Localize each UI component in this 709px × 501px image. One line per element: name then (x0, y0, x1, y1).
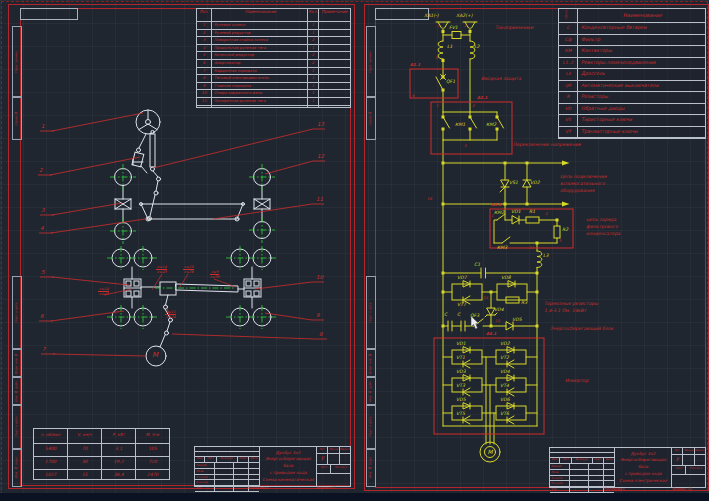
legend-row: VTТранзисторные ключи (559, 127, 705, 139)
legend-rows: CКонденсаторные батареиСфФильтрКМКонтакт… (559, 23, 705, 139)
component-ref: VD5 (512, 318, 522, 323)
table-cell: 5400 (34, 444, 68, 456)
annotation: оборудования (560, 189, 594, 194)
table-cell: QF (559, 81, 578, 92)
table-cell: Конденсаторные батареи (578, 23, 705, 34)
component-ref: VD8 (501, 276, 511, 281)
node-number: 14 (483, 296, 488, 300)
annotation: 1,4-3,1 Ом, 14кВт (544, 309, 586, 314)
table-cell (215, 469, 234, 474)
table-cell (319, 45, 350, 52)
speed-table-header: n, об/мин V, км/ч P, кВт М, Н·м (34, 429, 169, 444)
position-number: 11 (316, 197, 323, 203)
table-cell (319, 75, 350, 82)
component-ref: QF1 (446, 80, 455, 85)
title-line: Энергосберегающая база (260, 456, 316, 469)
component-ref: R2 (562, 228, 568, 233)
margin-box: Перв. примен. (366, 26, 376, 98)
table-cell (234, 469, 249, 474)
gost-role-cell: Н.контр. (550, 481, 570, 486)
node-number: 2 (464, 24, 466, 28)
table-cell: 3,1 (102, 444, 136, 456)
legend-row: СфФильтр (559, 35, 705, 47)
table-cell: Токоприемное оборудование (578, 138, 705, 139)
table-cell (604, 481, 614, 486)
margin-box-label: Инв. № дубл. (367, 377, 375, 405)
parts-row: 9Главная передача1 (197, 83, 350, 91)
title-line: Дуобус 4х2 (615, 451, 671, 458)
table-cell (234, 463, 249, 468)
parts-list-header: Поз. Наименование Кол. Примечание (197, 9, 350, 22)
table-cell: 1 (308, 30, 319, 37)
table-cell (249, 475, 259, 480)
lit-value: У (672, 455, 683, 465)
component-ref: QF3 (470, 314, 479, 319)
table-cell (589, 481, 604, 486)
legend-row: L3Дроссель (559, 69, 705, 81)
legend-row: КМКонтакторы (559, 46, 705, 58)
table-cell: 5 (197, 52, 212, 59)
parts-list-rows: 1Рулевое колесо12Рулевой редуктор13Повор… (197, 22, 350, 108)
title-line: с приводом хода (615, 471, 671, 478)
table-cell: 2 (308, 60, 319, 67)
component-ref: VD2 (500, 342, 510, 347)
position-leaders (38, 113, 327, 356)
table-cell: 1 (308, 90, 319, 97)
table-cell (249, 463, 259, 468)
speed-data-table: n, об/мин V, км/ч P, кВт М, Н·м 5400703,… (33, 428, 170, 480)
gost-header-cell: Подп. (593, 458, 603, 463)
table-cell (234, 480, 249, 485)
annotation: Энергосберегающий блок (550, 327, 613, 332)
table-cell: 1700 (34, 457, 68, 469)
margin-box: Подп. и дата (12, 276, 22, 350)
col-note: Примечание (319, 9, 350, 21)
title-line: Энергосберегающая база (615, 457, 671, 470)
table-cell: 3 (197, 37, 212, 44)
parts-row: 10Опора карданного вала1 (197, 90, 350, 98)
component-ref: VD7 (457, 276, 467, 281)
gost-header-cell: № докум. (572, 458, 594, 463)
margin-box-label: Справ. № (13, 97, 21, 139)
component-ref: VT2 (500, 356, 509, 361)
parts-row: 8Тяговый электродвигатель1 (197, 75, 350, 83)
margin-box: Подп. и дата (366, 276, 376, 350)
table-cell (319, 37, 350, 44)
margin-box-label: Подп. и дата (13, 277, 21, 349)
title-line: с приводом хода (260, 470, 316, 477)
table-cell (570, 476, 589, 481)
gost-header-cell: Лист (560, 458, 571, 463)
table-cell (589, 464, 604, 469)
table-cell (570, 487, 589, 492)
document-title: Дуобус 4х2 Энергосберегающая база с прив… (260, 447, 317, 486)
cad-canvas[interactable]: Поз. Наименование Кол. Примечание 1Рулев… (0, 0, 709, 501)
gost-header-cell: Подп. (238, 457, 248, 462)
table-cell: 1 (197, 22, 212, 29)
title-line: Схема электрическая (615, 478, 671, 485)
margin-box: Справ. № (12, 96, 22, 140)
legend-row: CКонденсаторные батареи (559, 23, 705, 35)
margin-box: Взам. инв. № (12, 348, 22, 378)
annotation: конденсатора (586, 232, 620, 237)
table-cell: 9 (197, 83, 212, 90)
component-ref: VT3 (456, 384, 465, 389)
component-ref: VD5 (456, 398, 466, 403)
table-cell: 6 (308, 106, 319, 108)
table-cell: Рулевое колесо (212, 22, 308, 29)
table-cell: 15 (68, 470, 102, 480)
parts-row: 12Колесо6 (197, 106, 350, 108)
table-cell: Опора карданного вала (212, 90, 308, 97)
gost-role-cell: Пров. (195, 469, 215, 474)
table-cell (319, 90, 350, 97)
table-cell: R (559, 92, 578, 103)
annotation: вспомогательного (560, 182, 605, 187)
block-ref: А3.1 (491, 203, 501, 207)
legend-row: L1..2Реакторы помехоподавления (559, 58, 705, 70)
block-ref: А2.1 (477, 96, 487, 100)
margin-box-label: Инв. № дубл. (13, 377, 21, 405)
table-cell: 7 (197, 68, 212, 75)
annotation: Тормозные резисторы (544, 302, 598, 307)
table-cell: 1 (308, 45, 319, 52)
component-ref: VD1 (511, 210, 521, 215)
table-cell: Колесо (212, 106, 308, 108)
margin-box: Перв. примен. (12, 26, 22, 98)
